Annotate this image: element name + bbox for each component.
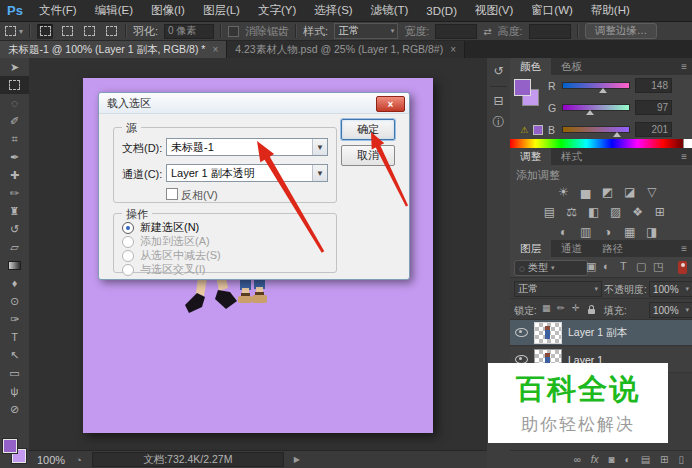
lock-all-icon[interactable] [588, 309, 595, 314]
hue-saturation-icon[interactable]: ▤ [540, 205, 559, 219]
vibrance-icon[interactable]: ▽ [642, 185, 661, 199]
status-options-arrow-icon[interactable]: ▶ [294, 455, 300, 464]
tab-layers[interactable]: 图层 [510, 240, 551, 257]
invert-icon[interactable]: ◐ [554, 225, 573, 239]
panel-menu-icon[interactable]: ≡ [681, 58, 692, 75]
tab-channels[interactable]: 通道 [551, 240, 592, 257]
properties-panel-icon[interactable]: ⊟ [487, 94, 510, 108]
shape-filter-icon[interactable]: ▢ [636, 260, 646, 273]
tab-styles[interactable]: 样式 [551, 148, 592, 165]
curves-icon[interactable]: ◩ [598, 185, 617, 199]
subtract-selection-mode-button[interactable] [81, 24, 97, 39]
radio-intersect-with-selection[interactable]: 与选区交叉(I) [122, 262, 205, 277]
swap-dimensions-icon[interactable]: ⇄ [483, 26, 491, 37]
new-layer-icon[interactable]: ⊞ [660, 454, 668, 465]
menu-3d[interactable]: 3D(D) [417, 5, 466, 17]
blur-tool[interactable]: ♦ [0, 274, 29, 292]
menu-file[interactable]: 文件(F) [30, 3, 86, 18]
delete-layer-icon[interactable]: ▯ [678, 454, 684, 465]
brightness-contrast-icon[interactable]: ☀ [554, 185, 573, 199]
feather-input[interactable]: 0 像素 [164, 24, 214, 39]
slider-thumb[interactable] [599, 88, 607, 93]
type-filter-icon[interactable]: T [620, 260, 627, 272]
panel-menu-icon[interactable]: ≡ [681, 240, 692, 257]
ok-button[interactable]: 确定 [341, 119, 395, 140]
layer-name[interactable]: Layer 1 副本 [568, 326, 627, 340]
blend-mode-select[interactable]: 正常 ▾ [514, 281, 602, 297]
adjustment-filter-icon[interactable]: ◐ [603, 260, 610, 272]
pen-tool[interactable]: ✑ [0, 310, 29, 328]
cancel-button[interactable]: 取消 [341, 145, 395, 166]
antialias-checkbox[interactable] [228, 26, 239, 37]
menu-help[interactable]: 帮助(H) [582, 3, 639, 18]
type-tool[interactable]: T [0, 328, 29, 346]
red-slider[interactable] [562, 82, 630, 89]
layer-mask-icon[interactable]: ◙ [609, 454, 615, 465]
dialog-title-bar[interactable]: 载入选区 [99, 93, 409, 114]
new-selection-mode-button[interactable] [37, 24, 53, 39]
tab-color[interactable]: 颜色 [510, 58, 551, 75]
green-value[interactable]: 97 [635, 100, 672, 115]
brush-tool[interactable]: ✏ [0, 184, 29, 202]
tab-swatches[interactable]: 色板 [551, 58, 592, 75]
blue-value[interactable]: 201 [635, 122, 672, 137]
add-selection-mode-button[interactable] [59, 24, 75, 39]
foreground-color-swatch[interactable] [3, 439, 17, 453]
document-select[interactable]: 未标题-1 ▼ [166, 138, 328, 156]
new-group-icon[interactable]: ▤ [641, 454, 650, 465]
threshold-icon[interactable]: ◑ [598, 225, 617, 239]
move-tool[interactable]: ➤ [0, 58, 29, 76]
height-input[interactable] [529, 24, 571, 39]
refine-edge-button[interactable]: 调整边缘… [585, 23, 658, 39]
eraser-tool[interactable]: ▱ [0, 238, 29, 256]
red-value[interactable]: 148 [635, 78, 672, 93]
green-slider[interactable] [562, 104, 630, 111]
path-selection-tool[interactable]: ↖ [0, 346, 29, 364]
black-white-icon[interactable]: ◧ [584, 205, 603, 219]
menu-window[interactable]: 窗口(W) [522, 3, 582, 18]
menu-image[interactable]: 图像(I) [142, 3, 194, 18]
width-input[interactable] [435, 24, 477, 39]
hand-tool[interactable]: ψ [0, 382, 29, 400]
close-icon[interactable]: × [212, 44, 218, 55]
blue-slider[interactable] [562, 126, 630, 133]
eyedropper-tool[interactable]: ✒ [0, 148, 29, 166]
fill-select[interactable]: 100% ▾ [649, 302, 692, 318]
lock-transparency-icon[interactable]: ▦ [542, 303, 551, 313]
photo-filter-icon[interactable]: ▨ [606, 205, 625, 219]
new-adjustment-icon[interactable]: ◐ [625, 454, 631, 465]
layer-effects-icon[interactable]: fx [591, 454, 599, 465]
menu-view[interactable]: 视图(V) [466, 3, 522, 18]
posterize-icon[interactable]: ▥ [576, 225, 595, 239]
channel-select[interactable]: Layer 1 副本透明 ▼ [166, 164, 328, 182]
clone-stamp-tool[interactable]: ♜ [0, 202, 29, 220]
lock-position-icon[interactable]: ✛ [572, 303, 580, 313]
layer-thumbnail[interactable] [534, 322, 562, 344]
layer-filter-select[interactable]: ◌ 类型 ▾ [514, 260, 588, 276]
lock-pixels-icon[interactable]: ✏ [557, 303, 565, 313]
slider-thumb[interactable] [586, 110, 594, 115]
selective-color-icon[interactable]: ◨ [642, 225, 661, 239]
tool-preset-picker[interactable]: ▾ [5, 26, 23, 36]
pixel-filter-icon[interactable]: ▣ [586, 260, 596, 273]
color-lookup-icon[interactable]: ⊞ [650, 205, 669, 219]
rectangle-tool[interactable]: ▭ [0, 364, 29, 382]
foreground-color-swatch[interactable] [514, 79, 531, 96]
layer-row-layer1-copy[interactable]: Layer 1 副本 [510, 320, 692, 346]
style-select[interactable]: 正常▾ [334, 23, 398, 39]
menu-edit[interactable]: 编辑(E) [86, 3, 142, 18]
close-icon[interactable]: × [450, 44, 456, 55]
menu-type[interactable]: 文字(Y) [249, 3, 305, 18]
rectangular-marquee-tool[interactable] [0, 76, 29, 94]
dialog-close-button[interactable]: × [376, 96, 405, 112]
color-balance-icon[interactable]: ⚖ [562, 205, 581, 219]
gradient-tool[interactable] [0, 256, 29, 274]
document-tab-untitled[interactable]: 未标题-1 @ 100% (Layer 1 副本, RGB/8) * × [0, 41, 227, 58]
history-brush-tool[interactable]: ↺ [0, 220, 29, 238]
link-layers-icon[interactable]: ∞ [574, 454, 581, 465]
opacity-select[interactable]: 100% ▾ [649, 281, 692, 297]
spot-healing-tool[interactable]: ✚ [0, 166, 29, 184]
radio-subtract-from-selection[interactable]: 从选区中减去(S) [122, 248, 221, 263]
zoom-tool[interactable]: ⊘ [0, 400, 29, 418]
menu-select[interactable]: 选择(S) [305, 3, 361, 18]
